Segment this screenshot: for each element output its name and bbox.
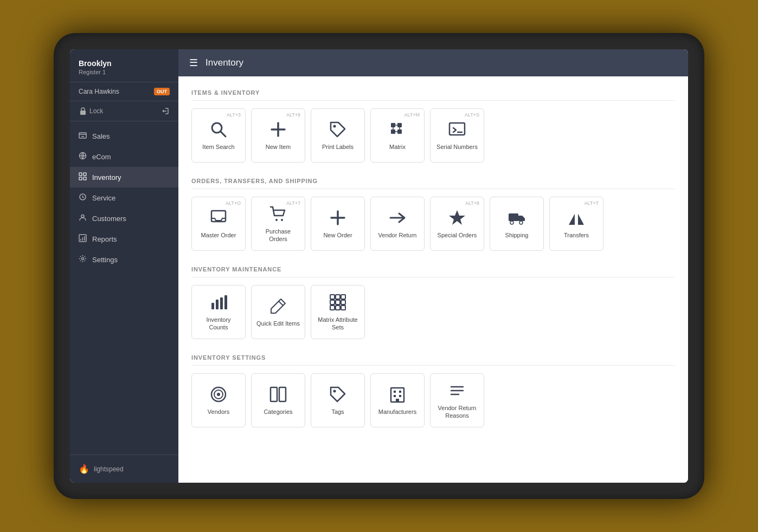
tile-print-labels[interactable]: Print Labels <box>311 108 365 163</box>
sidebar-item-settings[interactable]: Settings <box>70 249 178 270</box>
tile-tags[interactable]: Tags <box>311 373 365 427</box>
svg-rect-3 <box>79 173 82 176</box>
ecom-icon <box>79 152 87 161</box>
svg-line-40 <box>279 301 283 306</box>
tile-label-new-item: New Item <box>266 143 291 151</box>
svg-point-9 <box>82 258 84 260</box>
grid-icon <box>329 293 347 312</box>
tile-inventory-counts[interactable]: Inventory Counts <box>191 285 246 339</box>
svg-rect-48 <box>336 306 340 310</box>
inventory-label: Inventory <box>92 173 121 181</box>
tile-vendors[interactable]: Vendors <box>191 373 246 427</box>
svg-point-26 <box>275 219 278 221</box>
username: Cara Hawkins <box>79 88 119 95</box>
tile-vendor-return[interactable]: Vendor Return <box>370 197 425 251</box>
svg-rect-15 <box>391 123 395 127</box>
section-inventory-maintenance: INVENTORY MAINTENANCE Inventory Counts <box>191 266 675 339</box>
tile-matrix[interactable]: ALT+M Matrix <box>370 108 425 163</box>
tile-label-tags: Tags <box>331 408 344 416</box>
shortcut-matrix: ALT+M <box>404 112 420 118</box>
svg-point-52 <box>217 393 220 396</box>
pencil-icon <box>269 297 287 315</box>
register-name: Register 1 <box>79 69 170 75</box>
tile-master-order[interactable]: ALT+O Master Order <box>191 197 246 251</box>
sidebar-footer: 🔥 lightspeed <box>70 455 178 483</box>
sidebar-item-inventory[interactable]: Inventory <box>70 167 178 187</box>
tile-purchase-orders[interactable]: ALT+7 Purchase Orders <box>251 197 305 251</box>
tag2-icon <box>329 385 347 404</box>
svg-rect-32 <box>509 213 518 221</box>
svg-rect-45 <box>336 300 340 304</box>
svg-point-14 <box>333 125 336 127</box>
reports-icon <box>79 234 87 244</box>
svg-point-33 <box>510 221 513 224</box>
svg-rect-36 <box>211 303 214 309</box>
hamburger-icon[interactable]: ☰ <box>189 57 198 69</box>
svg-rect-42 <box>336 295 340 299</box>
columns-icon <box>269 385 287 404</box>
tile-new-item[interactable]: ALT+9 New Item <box>251 108 305 163</box>
tile-quick-edit-items[interactable]: Quick Edit Items <box>251 285 305 339</box>
tile-manufacturers[interactable]: Manufacturers <box>370 373 425 427</box>
tile-transfers[interactable]: ALT+T Transfers <box>549 197 603 251</box>
lock-label: Lock <box>89 107 103 115</box>
sidebar-nav: Sales eCom <box>70 121 178 455</box>
matrix-icon <box>388 120 407 139</box>
tile-label-categories: Categories <box>264 408 292 416</box>
svg-rect-16 <box>397 123 402 127</box>
tile-matrix-attribute-sets[interactable]: Matrix Attribute Sets <box>311 285 365 339</box>
truck-icon <box>508 209 526 227</box>
terminal-icon <box>448 120 466 139</box>
shortcut-transfers: ALT+T <box>584 200 599 206</box>
svg-rect-17 <box>391 129 395 134</box>
tile-label-matrix: Matrix <box>389 143 406 151</box>
tile-special-orders[interactable]: ALT+8 Special Orders <box>430 197 484 251</box>
section-title-settings: INVENTORY SETTINGS <box>191 354 675 366</box>
sidebar-item-customers[interactable]: Customers <box>70 208 178 229</box>
tile-label-matrix-attribute-sets: Matrix Attribute Sets <box>316 316 360 332</box>
svg-rect-49 <box>341 306 345 310</box>
svg-rect-4 <box>83 173 86 176</box>
tile-grid-orders: ALT+O Master Order ALT+7 <box>191 197 675 251</box>
sidebar-item-service[interactable]: Service <box>70 187 178 208</box>
tile-shipping[interactable]: Shipping <box>490 197 544 251</box>
section-inventory-settings: INVENTORY SETTINGS Vendors <box>191 354 675 427</box>
customers-label: Customers <box>92 215 126 223</box>
sales-icon <box>79 131 87 141</box>
inventory-icon <box>79 172 87 182</box>
svg-rect-43 <box>341 295 345 299</box>
sales-label: Sales <box>92 132 110 140</box>
svg-rect-39 <box>224 295 227 309</box>
svg-rect-38 <box>220 297 223 309</box>
sidebar-item-sales[interactable]: Sales <box>70 126 178 146</box>
tile-serial-numbers[interactable]: ALT+S Serial Numbers <box>430 108 484 163</box>
shortcut-purchase-orders: ALT+7 <box>286 200 300 206</box>
brand-name: lightspeed <box>94 465 124 473</box>
brand-icon: 🔥 <box>79 464 89 474</box>
svg-rect-37 <box>216 300 219 309</box>
svg-rect-53 <box>271 387 277 401</box>
tablet-screen: Brooklyn Register 1 Cara Hawkins OUT Loc… <box>70 49 688 483</box>
tile-new-order[interactable]: New Order <box>311 197 365 251</box>
sidebar: Brooklyn Register 1 Cara Hawkins OUT Loc… <box>70 49 178 483</box>
svg-point-7 <box>81 215 84 218</box>
tile-label-vendor-return: Vendor Return <box>378 231 417 239</box>
lock-button[interactable]: Lock <box>79 107 103 115</box>
tile-categories[interactable]: Categories <box>251 373 305 427</box>
tile-item-search[interactable]: ALT+3 Item Search <box>191 108 246 163</box>
sidebar-item-reports[interactable]: Reports <box>70 229 178 249</box>
svg-rect-57 <box>394 391 396 393</box>
svg-line-11 <box>221 132 226 137</box>
logout-button[interactable] <box>161 107 170 115</box>
road-icon <box>567 209 586 227</box>
barchart-icon <box>209 293 228 312</box>
section-title-items: ITEMS & INVENTORY <box>191 89 675 101</box>
tile-label-transfers: Transfers <box>564 231 589 239</box>
shortcut-item-search: ALT+3 <box>227 112 241 118</box>
tile-label-purchase-orders: Purchase Orders <box>256 228 300 243</box>
tile-label-manufacturers: Manufacturers <box>378 408 416 416</box>
sidebar-item-ecom[interactable]: eCom <box>70 146 178 167</box>
arrow-right-icon <box>388 209 407 227</box>
tile-grid-items: ALT+3 Item Search ALT+9 <box>191 108 675 163</box>
tile-vendor-return-reasons[interactable]: Vendor Return Reasons <box>430 373 484 427</box>
